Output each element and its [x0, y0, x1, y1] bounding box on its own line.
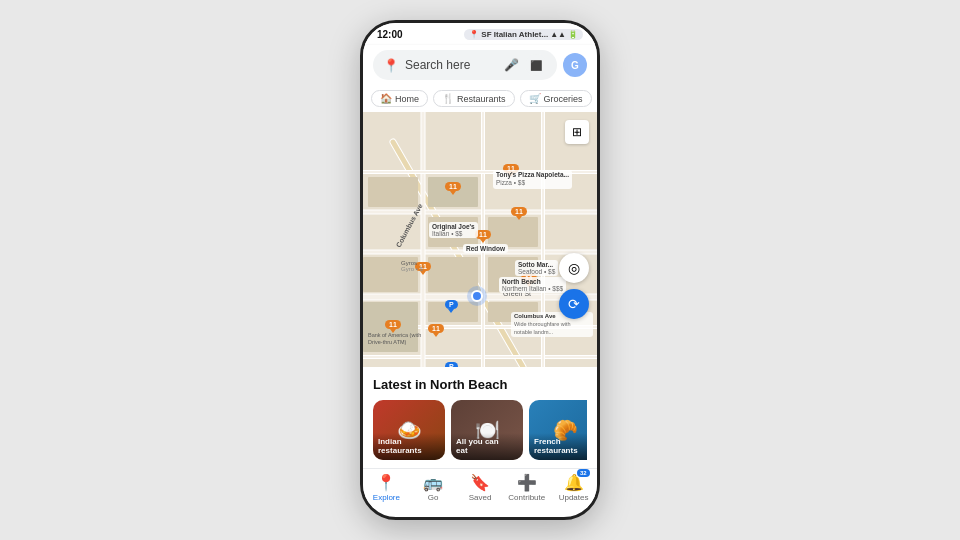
avatar[interactable]: G — [563, 53, 587, 77]
mic-icon[interactable]: 🎤 — [504, 58, 519, 72]
status-time: 12:00 — [377, 29, 403, 40]
chip-restaurants[interactable]: 🍴 Restaurants — [433, 90, 515, 107]
search-input[interactable]: Search here — [405, 58, 498, 72]
battery-icon: 🔋 — [568, 30, 578, 39]
layer-button[interactable]: ⊞ — [565, 120, 589, 144]
nav-contribute[interactable]: ➕ Contribute — [503, 473, 550, 502]
nav-go[interactable]: 🚌 Go — [410, 473, 457, 502]
place-original-joes[interactable]: Original Joe'sItalian • $$ — [429, 222, 478, 238]
maps-pin-icon: 📍 — [383, 58, 399, 73]
contribute-icon: ➕ — [517, 473, 537, 492]
search-input-wrap[interactable]: 📍 Search here 🎤 ⬛ — [373, 50, 557, 80]
bottom-panel: Latest in North Beach 🍛 Indianrestaurant… — [363, 367, 597, 468]
chip-groceries[interactable]: 🛒 Groceries — [520, 90, 592, 107]
location-btn[interactable]: ◎ — [559, 253, 589, 283]
updates-badge-wrap: 🔔 32 — [564, 473, 584, 492]
map-pin-3[interactable]: 11 — [511, 207, 527, 216]
status-notification: 📍 SF Italian Athlet... ▲▲ 🔋 — [464, 29, 583, 40]
nav-updates[interactable]: 🔔 32 Updates — [550, 473, 597, 502]
nav-contribute-label: Contribute — [508, 493, 545, 502]
map-pin-7[interactable]: 11 — [385, 320, 401, 329]
go-icon: 🚌 — [423, 473, 443, 492]
home-icon: 🏠 — [380, 93, 392, 104]
svg-rect-25 — [368, 177, 418, 207]
directions-btn[interactable]: ⟳ — [559, 289, 589, 319]
qr-icon[interactable]: ⬛ — [525, 54, 547, 76]
nav-saved-label: Saved — [469, 493, 492, 502]
card-indian-label: Indianrestaurants — [373, 433, 445, 460]
map-pin-parking-2[interactable]: P — [445, 362, 458, 367]
card-french-label: Frenchrestaurants — [529, 433, 587, 460]
restaurant-icon: 🍴 — [442, 93, 454, 104]
map-pin-8[interactable]: 11 — [428, 324, 444, 333]
card-all-you-can-eat[interactable]: 🍽️ All you caneat — [451, 400, 523, 460]
map-area[interactable]: Columbus Ave Green St 11 11 11 11 11 11 … — [363, 112, 597, 367]
place-north-beach[interactable]: North BeachNorthern Italian • $$$ — [499, 277, 566, 293]
nav-saved[interactable]: 🔖 Saved — [457, 473, 504, 502]
place-red-window[interactable]: Red Window — [463, 244, 508, 253]
svg-rect-23 — [428, 257, 478, 292]
nav-explore[interactable]: 📍 Explore — [363, 473, 410, 502]
category-cards: 🍛 Indianrestaurants 🍽️ All you caneat 🥐 … — [373, 400, 587, 468]
maps-icon: 📍 — [469, 30, 479, 39]
explore-icon: 📍 — [376, 473, 396, 492]
section-title: Latest in North Beach — [373, 377, 587, 392]
place-tony-pizza[interactable]: Tony's Pizza Napoleta...Pizza • $$ — [493, 170, 572, 189]
saved-icon: 🔖 — [470, 473, 490, 492]
place-bank-of-america[interactable]: Bank of America (with Drive-thru ATM) — [368, 332, 428, 346]
bottom-nav: 📍 Explore 🚌 Go 🔖 Saved ➕ Contribute 🔔 32… — [363, 468, 597, 508]
signal-icon: ▲▲ — [550, 30, 566, 39]
card-french[interactable]: 🥐 Frenchrestaurants — [529, 400, 587, 460]
card-indian[interactable]: 🍛 Indianrestaurants — [373, 400, 445, 460]
category-chips: 🏠 Home 🍴 Restaurants 🛒 Groceries ⛽ Gas — [363, 86, 597, 112]
user-location-dot — [471, 290, 483, 302]
status-bar: 12:00 📍 SF Italian Athlet... ▲▲ 🔋 — [363, 23, 597, 45]
map-pin-parking-1[interactable]: P — [445, 300, 458, 309]
nav-go-label: Go — [428, 493, 439, 502]
groceries-icon: 🛒 — [529, 93, 541, 104]
chip-home[interactable]: 🏠 Home — [371, 90, 428, 107]
search-bar: 📍 Search here 🎤 ⬛ G — [363, 45, 597, 86]
updates-badge-count: 32 — [577, 469, 590, 477]
svg-rect-22 — [488, 217, 538, 247]
map-controls: ◎ ⟳ — [559, 253, 589, 319]
nav-explore-label: Explore — [373, 493, 400, 502]
nav-updates-label: Updates — [559, 493, 589, 502]
map-pin-2[interactable]: 11 — [445, 182, 461, 191]
phone-frame: 12:00 📍 SF Italian Athlet... ▲▲ 🔋 📍 Sear… — [360, 20, 600, 520]
place-gyros[interactable]: GyrosGyro • $ — [401, 260, 423, 272]
card-all-you-can-eat-label: All you caneat — [451, 433, 523, 460]
place-sotto-mar[interactable]: Sotto Mar...Seafood • $$ — [515, 260, 558, 276]
